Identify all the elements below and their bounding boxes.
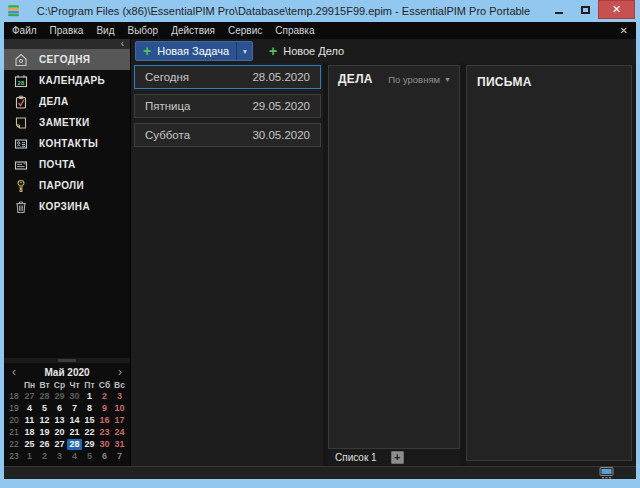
day-list: Сегодня 28.05.2020 Пятница 29.05.2020 Су… — [131, 63, 323, 466]
essentialpim-logo-icon — [7, 4, 21, 18]
maximize-button[interactable] — [572, 0, 598, 19]
new-task-button-main[interactable]: + Новая Задача — [136, 42, 236, 60]
calendar-day[interactable]: 30 — [97, 439, 112, 450]
close-icon: ✕ — [612, 3, 621, 16]
day-name: Суббота — [145, 129, 190, 141]
calendar-day[interactable]: 7 — [67, 403, 82, 414]
calendar-day[interactable]: 14 — [67, 415, 82, 426]
calendar-week-number: 20 — [6, 415, 22, 425]
calendar-day[interactable]: 16 — [97, 415, 112, 426]
calendar-day[interactable]: 30 — [67, 391, 82, 402]
sidebar-item-label: КОРЗИНА — [39, 201, 90, 212]
close-button[interactable]: ✕ — [598, 0, 635, 19]
tab-list-1[interactable]: Список 1 — [335, 452, 377, 463]
calendar-day[interactable]: 6 — [52, 403, 67, 414]
calendar-day[interactable]: 26 — [37, 439, 52, 450]
main-column: + Новая Задача ▼ + Новое Дело — [130, 39, 636, 466]
calendar-day[interactable]: 22 — [82, 427, 97, 438]
day-card-today[interactable]: Сегодня 28.05.2020 — [134, 65, 321, 89]
day-name: Сегодня — [145, 71, 189, 83]
calendar-day[interactable]: 19 — [37, 427, 52, 438]
calendar-day[interactable]: 8 — [82, 403, 97, 414]
tasks-panel-title: ДЕЛА — [338, 72, 373, 86]
menubar-close-icon[interactable]: ✕ — [618, 25, 630, 36]
calendar-day[interactable]: 1 — [22, 451, 37, 462]
calendar-day[interactable]: 4 — [22, 403, 37, 414]
calendar-day[interactable]: 12 — [37, 415, 52, 426]
menu-file[interactable]: Файл — [12, 25, 37, 36]
sidebar-item-calendar[interactable]: 28 КАЛЕНДАРЬ — [4, 70, 130, 91]
calendar-dow: Вт — [37, 380, 52, 390]
calendar-day-selected[interactable]: 28 — [67, 439, 82, 450]
sidebar-item-today[interactable]: СЕГОДНЯ — [4, 49, 130, 70]
calendar-day[interactable]: 5 — [37, 403, 52, 414]
calendar-icon: 28 — [13, 73, 29, 89]
calendar-day[interactable]: 3 — [52, 451, 67, 462]
menubar: Файл Правка Вид Выбор Действия Сервис Сп… — [4, 22, 636, 39]
sidebar-item-label: ЗАМЕТКИ — [39, 117, 90, 128]
calendar-day[interactable]: 29 — [82, 439, 97, 450]
calendar-day[interactable]: 27 — [52, 439, 67, 450]
calendar-day[interactable]: 10 — [112, 403, 127, 414]
new-todo-button[interactable]: + Новое Дело — [261, 41, 352, 61]
sidebar-item-tasks[interactable]: ДЕЛА — [4, 91, 130, 112]
calendar-day[interactable]: 2 — [37, 451, 52, 462]
main-row: ‹ СЕГОДНЯ 28 КАЛЕНДАРЬ — [4, 39, 636, 466]
sidebar-item-trash[interactable]: КОРЗИНА — [4, 196, 130, 217]
minimize-icon — [555, 12, 563, 14]
plus-icon: + — [269, 44, 277, 58]
calendar-week-number: 23 — [6, 451, 22, 461]
chevron-down-icon: ▼ — [444, 76, 451, 83]
calendar-day[interactable]: 28 — [37, 391, 52, 402]
add-list-button[interactable]: + — [391, 451, 404, 464]
calendar-day[interactable]: 15 — [82, 415, 97, 426]
menu-edit[interactable]: Правка — [50, 25, 84, 36]
minimize-button[interactable] — [546, 0, 572, 19]
calendar-day[interactable]: 17 — [112, 415, 127, 426]
calendar-next-icon[interactable]: › — [112, 367, 122, 377]
menu-select[interactable]: Выбор — [127, 25, 158, 36]
calendar-day[interactable]: 2 — [97, 391, 112, 402]
application-window: C:\Program Files (x86)\EssentialPIM Pro\… — [0, 0, 640, 488]
day-date: 29.05.2020 — [252, 100, 310, 112]
collapse-sidebar-icon[interactable]: ‹ — [121, 40, 124, 48]
new-task-dropdown[interactable]: ▼ — [237, 42, 252, 60]
calendar-prev-icon[interactable]: ‹ — [12, 367, 22, 377]
menu-view[interactable]: Вид — [96, 25, 114, 36]
calendar-day[interactable]: 9 — [97, 403, 112, 414]
group-by-selector[interactable]: По уровням ▼ — [388, 74, 451, 85]
calendar-day[interactable]: 1 — [82, 391, 97, 402]
network-monitor-icon[interactable] — [599, 467, 614, 479]
calendar-day[interactable]: 31 — [112, 439, 127, 450]
calendar-day[interactable]: 24 — [112, 427, 127, 438]
calendar-day[interactable]: 25 — [22, 439, 37, 450]
window-controls: ✕ — [546, 0, 640, 22]
calendar-day[interactable]: 6 — [97, 451, 112, 462]
calendar-day[interactable]: 11 — [22, 415, 37, 426]
calendar-day[interactable]: 18 — [22, 427, 37, 438]
sidebar-item-notes[interactable]: ЗАМЕТКИ — [4, 112, 130, 133]
menu-actions[interactable]: Действия — [171, 25, 215, 36]
calendar-day[interactable]: 3 — [112, 391, 127, 402]
day-card-friday[interactable]: Пятница 29.05.2020 — [134, 94, 321, 118]
tasks-icon — [13, 94, 29, 110]
calendar-day[interactable]: 23 — [97, 427, 112, 438]
calendar-day[interactable]: 29 — [52, 391, 67, 402]
day-card-saturday[interactable]: Суббота 30.05.2020 — [134, 123, 321, 147]
calendar-day[interactable]: 20 — [52, 427, 67, 438]
calendar-day[interactable]: 21 — [67, 427, 82, 438]
calendar-day[interactable]: 27 — [22, 391, 37, 402]
menu-tools[interactable]: Сервис — [228, 25, 262, 36]
menu-help[interactable]: Справка — [275, 25, 314, 36]
calendar-day[interactable]: 5 — [82, 451, 97, 462]
sidebar-item-passwords[interactable]: ПАРОЛИ — [4, 175, 130, 196]
sidebar-item-mail[interactable]: ПОЧТА — [4, 154, 130, 175]
calendar-day[interactable]: 4 — [67, 451, 82, 462]
content-area: Сегодня 28.05.2020 Пятница 29.05.2020 Су… — [131, 63, 636, 466]
calendar-day[interactable]: 7 — [112, 451, 127, 462]
calendar-day[interactable]: 13 — [52, 415, 67, 426]
sidebar-item-contacts[interactable]: КОНТАКТЫ — [4, 133, 130, 154]
calendar-dow: Пт — [82, 380, 97, 390]
new-task-button[interactable]: + Новая Задача ▼ — [135, 41, 253, 61]
calendar-week-row: 1827282930123 — [6, 390, 128, 402]
